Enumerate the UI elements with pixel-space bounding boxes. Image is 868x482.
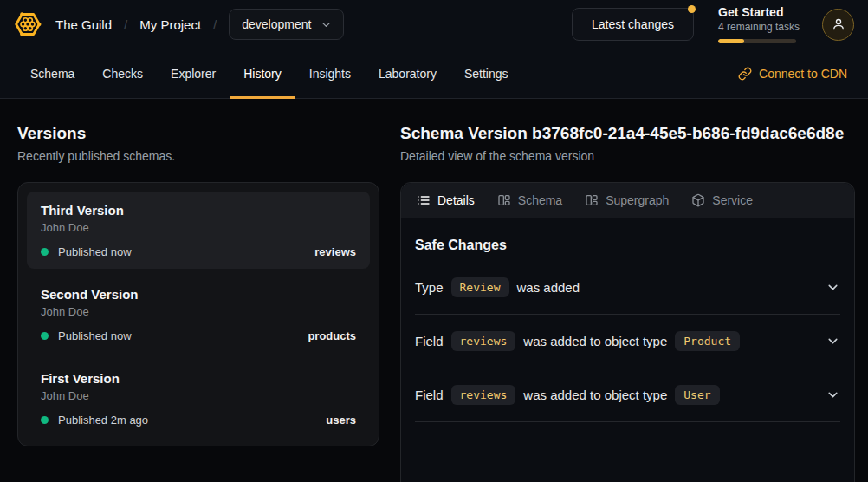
published-label: Published now [58,329,132,342]
tab-schema-view[interactable]: Schema [497,193,562,207]
change-description: Type Review was added [415,277,580,297]
version-title: First Version [41,370,356,387]
published-label: Published 2m ago [58,414,148,427]
change-suffix: was added to object type [523,334,667,348]
columns-icon [585,193,599,207]
user-icon [831,16,846,32]
topbar-actions: Latest changes Get Started 4 remaining t… [572,5,854,43]
topbar: The Guild / My Project / development Lat… [0,0,868,49]
code-badge: User [675,385,719,405]
versions-list: Third Version John Doe Published now rev… [17,182,379,446]
version-title: Third Version [41,202,356,218]
header: The Guild / My Project / development Lat… [0,0,868,99]
environment-select[interactable]: development [229,9,344,40]
versions-title: Versions [17,123,379,144]
changes-section: Safe Changes Type Review was added Field… [401,238,854,422]
service-name: reviews [314,245,356,258]
version-item-second[interactable]: Second Version John Doe Published now pr… [27,276,370,353]
change-row-type-review[interactable]: Type Review was added [415,261,840,315]
schema-version-subtitle: Detailed view of the schema version [400,148,855,164]
breadcrumb-separator: / [211,17,218,32]
schema-version-title: Schema Version b3768fc0-21a4-45e5-b686-f… [400,123,855,144]
published-dot-icon [41,416,49,424]
detail-tabs: Details Schema Supergr [401,183,854,218]
main-navigation: Schema Checks Explorer History Insights … [0,49,868,99]
get-started-widget[interactable]: Get Started 4 remaining tasks [718,5,798,43]
service-name: users [326,414,356,427]
change-suffix: was added to object type [523,388,667,402]
version-author: John Doe [41,388,356,403]
code-badge: Review [451,277,509,297]
get-started-subtitle: 4 remaining tasks [718,21,798,34]
connect-to-cdn-link[interactable]: Connect to CDN [738,49,847,98]
main-content: Versions Recently published schemas. Thi… [0,99,868,482]
change-prefix: Field [415,334,444,348]
change-prefix: Type [415,280,444,295]
link-icon [738,67,752,81]
change-description: Field reviews was added to object type P… [415,331,740,351]
code-badge: Product [675,331,740,351]
get-started-progressbar [718,39,796,43]
schema-version-panel: Schema Version b3768fc0-21a4-45e5-b686-f… [400,123,855,482]
breadcrumb-org[interactable]: The Guild [55,17,112,32]
service-name: products [308,329,356,342]
version-status-row: Published now products [41,329,356,342]
latest-changes-label: Latest changes [592,17,674,31]
avatar[interactable] [822,9,854,41]
change-description: Field reviews was added to object type U… [415,385,720,405]
tab-details-label: Details [437,193,475,207]
tab-explorer[interactable]: Explorer [157,49,230,98]
latest-changes-button[interactable]: Latest changes [572,8,694,41]
code-badge: reviews [451,331,516,351]
nav-tabs: Schema Checks Explorer History Insights … [16,49,522,98]
columns-icon [497,193,511,207]
environment-select-value: development [242,17,311,31]
tab-supergraph-label: Supergraph [606,193,669,207]
published-dot-icon [41,332,49,340]
chevron-down-icon[interactable] [826,280,840,295]
tab-checks[interactable]: Checks [88,49,157,98]
connect-to-cdn-label: Connect to CDN [759,67,847,81]
tab-schema[interactable]: Schema [16,49,88,98]
breadcrumb-separator: / [122,17,129,32]
safe-changes-title: Safe Changes [415,238,840,253]
breadcrumb: The Guild / My Project / development [10,7,344,42]
version-status-row: Published now reviews [41,245,356,258]
get-started-title: Get Started [718,5,798,20]
published-dot-icon [41,248,49,256]
get-started-progress-fill [718,39,744,43]
schema-version-card: Details Schema Supergr [400,182,855,482]
published-label: Published now [58,245,132,258]
tab-supergraph[interactable]: Supergraph [585,193,669,207]
versions-panel: Versions Recently published schemas. Thi… [17,123,379,482]
version-item-third[interactable]: Third Version John Doe Published now rev… [27,192,370,269]
tab-schema-view-label: Schema [518,193,562,207]
tab-history[interactable]: History [230,49,295,98]
list-icon [417,193,431,207]
notification-dot-icon [688,5,696,13]
change-prefix: Field [415,388,444,402]
breadcrumb-project[interactable]: My Project [139,17,201,32]
change-row-field-user[interactable]: Field reviews was added to object type U… [415,368,840,422]
change-row-field-product[interactable]: Field reviews was added to object type P… [415,315,840,368]
chevron-down-icon[interactable] [826,334,840,348]
tab-laboratory[interactable]: Laboratory [365,49,450,98]
tab-details[interactable]: Details [417,193,475,207]
cube-icon [691,193,705,207]
tab-insights[interactable]: Insights [295,49,365,98]
version-item-first[interactable]: First Version John Doe Published 2m ago … [27,360,370,437]
code-badge: reviews [451,385,516,405]
chevron-down-icon[interactable] [826,388,840,402]
version-status-row: Published 2m ago users [41,414,356,427]
tab-service[interactable]: Service [691,193,753,207]
tab-settings[interactable]: Settings [450,49,522,98]
chevron-down-icon [320,18,333,31]
version-title: Second Version [41,286,356,303]
version-author: John Doe [41,220,356,235]
version-author: John Doe [41,304,356,319]
tab-service-label: Service [712,193,753,207]
change-suffix: was added [517,280,580,295]
guild-logo-icon[interactable] [10,7,45,42]
versions-subtitle: Recently published schemas. [17,148,379,164]
